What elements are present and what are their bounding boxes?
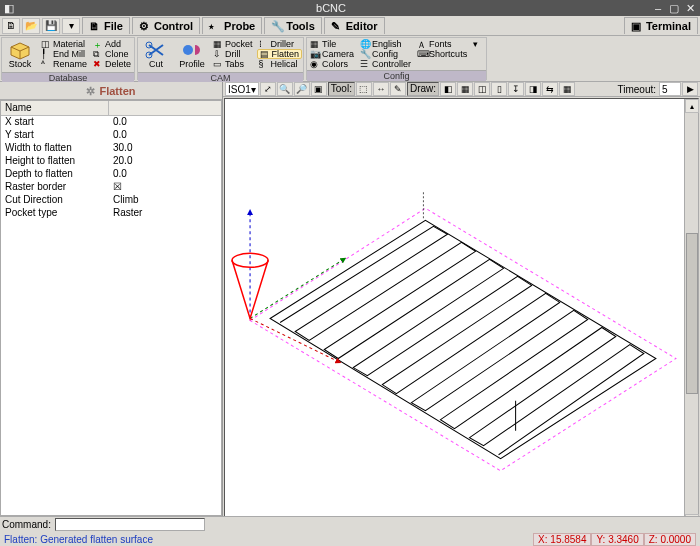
tool-select-button[interactable]: ⬚	[356, 82, 372, 96]
main-tabs: 🗎 📂 💾 ▾ 🗎File ⚙Control ⭑Probe 🔧Tools ✎Ed…	[0, 16, 700, 36]
close-button[interactable]: ✕	[684, 2, 696, 14]
material-button[interactable]: ◫Material	[39, 39, 89, 49]
view-toolbar: ISO1 ▾ ⤢ 🔍 🔎 ▣ Tool: ⬚ ↔ ✎ Draw: ◧ ▦ ◫ ▯…	[223, 82, 700, 97]
draw-5-button[interactable]: ◨	[525, 82, 541, 96]
cut-icon	[145, 41, 167, 59]
zoom-sel-button[interactable]: ▣	[311, 82, 327, 96]
property-value[interactable]: 0.0	[109, 129, 221, 142]
drill-button[interactable]: ⇩Drill	[211, 49, 255, 59]
tab-control[interactable]: ⚙Control	[132, 17, 200, 34]
cut-button[interactable]: Cut	[139, 39, 173, 71]
property-value[interactable]: 0.0	[109, 116, 221, 129]
tab-tools[interactable]: 🔧Tools	[264, 17, 322, 34]
coord-y: Y: 3.3460	[591, 533, 643, 546]
col-value	[109, 101, 221, 115]
tab-file[interactable]: 🗎File	[82, 17, 130, 34]
zoom-out-button[interactable]: 🔎	[294, 82, 310, 96]
overflow-button[interactable]: ▾	[471, 39, 485, 49]
draw-1-button[interactable]: ◧	[440, 82, 456, 96]
tab-terminal[interactable]: ▣Terminal	[624, 17, 698, 34]
property-name: Width to flatten	[1, 142, 109, 155]
tabs-button[interactable]: ▭Tabs	[211, 59, 255, 69]
property-row[interactable]: Height to flatten20.0	[1, 155, 221, 168]
profile-button[interactable]: Profile	[175, 39, 209, 71]
property-row[interactable]: Pocket typeRaster	[1, 207, 221, 220]
new-file-button[interactable]: 🗎	[2, 18, 20, 34]
run-button[interactable]: ▶	[682, 82, 698, 96]
timeout-label: Timeout:	[615, 84, 658, 95]
endmill-button[interactable]: ╿End Mill	[39, 49, 89, 59]
property-name: Depth to flatten	[1, 168, 109, 181]
tab-probe[interactable]: ⭑Probe	[202, 17, 262, 34]
property-value[interactable]: 20.0	[109, 155, 221, 168]
driller-button[interactable]: ⁞Driller	[257, 39, 303, 49]
property-row[interactable]: Cut DirectionClimb	[1, 194, 221, 207]
property-value[interactable]: 0.0	[109, 168, 221, 181]
property-row[interactable]: Depth to flatten0.0	[1, 168, 221, 181]
flatten-button[interactable]: ▤Flatten	[257, 49, 303, 59]
draw-3-button[interactable]: ▯	[491, 82, 507, 96]
command-label: Command:	[2, 519, 51, 530]
draw-label: Draw:	[407, 82, 439, 96]
colors-button[interactable]: ◉Colors	[308, 59, 356, 69]
property-value[interactable]: Climb	[109, 194, 221, 207]
svg-line-8	[250, 258, 345, 318]
scroll-up-button[interactable]: ▴	[685, 99, 699, 113]
window-titlebar: ◧ bCNC – ▢ ✕	[0, 0, 700, 16]
property-row[interactable]: Width to flatten30.0	[1, 142, 221, 155]
draw-2-button[interactable]: ◫	[474, 82, 490, 96]
draw-grid-button[interactable]: ▦	[457, 82, 473, 96]
tool-move-button[interactable]: ↔	[373, 82, 389, 96]
shortcuts-button[interactable]: ⌨Shortcuts	[415, 49, 469, 59]
maximize-button[interactable]: ▢	[668, 2, 680, 14]
dropdown-button[interactable]: ▾	[62, 18, 80, 34]
add-button[interactable]: ＋Add	[91, 39, 133, 49]
canvas[interactable]: ▴ ▾ ◂ ▸	[224, 98, 699, 516]
minimize-button[interactable]: –	[652, 2, 664, 14]
save-file-button[interactable]: 💾	[42, 18, 60, 34]
zoom-in-button[interactable]: 🔍	[277, 82, 293, 96]
timeout-value[interactable]: 5	[659, 82, 681, 96]
zoom-fit-button[interactable]: ⤢	[260, 82, 276, 96]
controller-button[interactable]: ☰Controller	[358, 59, 413, 69]
coord-x: X: 15.8584	[533, 533, 591, 546]
property-row[interactable]: Raster border☒	[1, 181, 221, 194]
command-input[interactable]	[55, 518, 205, 531]
rename-button[interactable]: ᴬRename	[39, 59, 89, 69]
property-name: Y start	[1, 129, 109, 142]
ribbon-group-cam: Cut Profile ▦Pocket ⇩Drill ▭Tabs ⁞Drille…	[137, 37, 304, 80]
tile-button[interactable]: ▦Tile	[308, 39, 356, 49]
draw-6-button[interactable]: ⇆	[542, 82, 558, 96]
draw-4-button[interactable]: ↧	[508, 82, 524, 96]
coord-z: Z: 0.0000	[644, 533, 696, 546]
ribbon-group-database: Stock ◫Material ╿End Mill ᴬRename ＋Add ⧉…	[1, 37, 135, 80]
property-value[interactable]: 30.0	[109, 142, 221, 155]
open-file-button[interactable]: 📂	[22, 18, 40, 34]
iso-select[interactable]: ISO1 ▾	[225, 82, 259, 96]
fonts-button[interactable]: ＡFonts	[415, 39, 469, 49]
app-icon: ◧	[4, 2, 14, 15]
clone-button[interactable]: ⧉Clone	[91, 49, 133, 59]
helical-button[interactable]: §Helical	[257, 59, 303, 69]
property-name: Cut Direction	[1, 194, 109, 207]
tab-editor[interactable]: ✎Editor	[324, 17, 385, 34]
ribbon: Stock ◫Material ╿End Mill ᴬRename ＋Add ⧉…	[0, 36, 700, 82]
delete-button[interactable]: ✖Delete	[91, 59, 133, 69]
language-button[interactable]: 🌐English	[358, 39, 413, 49]
property-row[interactable]: Y start0.0	[1, 129, 221, 142]
body: ✲Flatten Name X start0.0Y start0.0Width …	[0, 82, 700, 516]
window-title: bCNC	[14, 2, 648, 14]
config-button[interactable]: 🔧Config	[358, 49, 413, 59]
left-panel: ✲Flatten Name X start0.0Y start0.0Width …	[0, 82, 223, 516]
draw-7-button[interactable]: ▦	[559, 82, 575, 96]
camera-button[interactable]: 📷Camera	[308, 49, 356, 59]
properties-table: Name X start0.0Y start0.0Width to flatte…	[0, 100, 222, 516]
stock-button[interactable]: Stock	[3, 39, 37, 71]
scroll-down-button[interactable]: ▾	[685, 514, 699, 516]
property-value[interactable]: ☒	[109, 181, 221, 194]
pocket-button[interactable]: ▦Pocket	[211, 39, 255, 49]
property-row[interactable]: X start0.0	[1, 116, 221, 129]
property-value[interactable]: Raster	[109, 207, 221, 220]
scrollbar-vertical[interactable]: ▴ ▾	[684, 99, 698, 516]
tool-draw-button[interactable]: ✎	[390, 82, 406, 96]
